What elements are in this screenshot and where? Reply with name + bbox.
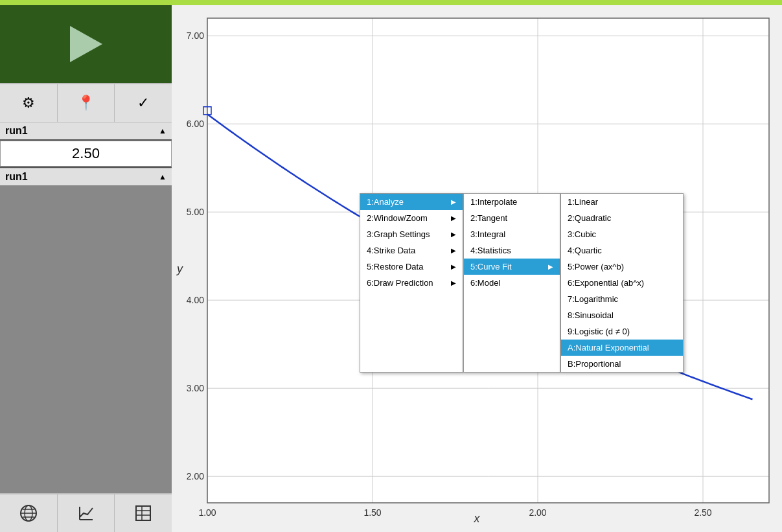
menu-item-logistic-label: 9:Logistic (d ≠ 0)	[568, 327, 630, 336]
menu-item-window-zoom-arrow: ▶	[451, 214, 456, 222]
menu-item-graph-settings[interactable]: 3:Graph Settings ▶	[360, 226, 463, 242]
menu-item-interpolate[interactable]: 1:Interpolate	[464, 194, 560, 210]
bottom-icons	[0, 493, 172, 532]
menu-item-strike-data-label: 4:Strike Data	[367, 246, 415, 255]
menu-item-analyze-label: 1:Analyze	[367, 197, 404, 207]
play-icon	[70, 26, 102, 62]
menu-item-graph-settings-label: 3:Graph Settings	[367, 229, 430, 239]
menu-item-exponential[interactable]: 6:Exponential (ab^x)	[561, 275, 683, 291]
menu-item-draw-prediction[interactable]: 6:Draw Prediction ▶	[360, 275, 463, 291]
menu-item-integral[interactable]: 3:Integral	[464, 226, 560, 242]
run1-label: run1	[5, 125, 28, 137]
menu-item-restore-data-label: 5:Restore Data	[367, 262, 423, 272]
run2-content	[0, 185, 172, 493]
menu-item-logarithmic[interactable]: 7:Logarithmic	[561, 291, 683, 307]
run1-chevron[interactable]: ▲	[159, 126, 167, 135]
graph-button[interactable]	[58, 494, 115, 532]
menu-item-tangent[interactable]: 2:Tangent	[464, 210, 560, 226]
menu-item-linear[interactable]: 1:Linear	[561, 194, 683, 210]
y-axis-label: y	[177, 262, 183, 275]
table-icon	[134, 504, 152, 522]
menu-item-strike-data-arrow: ▶	[451, 247, 456, 254]
graph-icon	[77, 504, 95, 522]
menu-item-natural-exponential[interactable]: A:Natural Exponential	[561, 340, 683, 356]
menu-item-curve-fit-label: 5:Curve Fit	[470, 262, 512, 272]
sensor-button[interactable]: 📍	[58, 84, 115, 122]
menu-item-cubic[interactable]: 3:Cubic	[561, 226, 683, 242]
menu-item-quartic-label: 4:Quartic	[568, 246, 602, 255]
menu-item-integral-label: 3:Integral	[470, 229, 505, 239]
x-axis-label: x	[474, 512, 480, 526]
menu-item-proportional[interactable]: B:Proportional	[561, 356, 683, 372]
play-button[interactable]	[0, 5, 172, 83]
menu-item-exponential-label: 6:Exponential (ab^x)	[568, 278, 644, 288]
svg-rect-7	[136, 506, 150, 520]
graph-area: y x 1:Analyze ▶ 2:Window/Zoom ▶ 3:Graph …	[172, 5, 782, 532]
globe-icon	[19, 504, 38, 522]
run2-label: run1	[5, 171, 28, 183]
run2-header: run1 ▲	[0, 168, 172, 185]
menu-item-natural-exponential-label: A:Natural Exponential	[568, 343, 649, 353]
menu-item-tangent-label: 2:Tangent	[470, 213, 507, 223]
table-button[interactable]	[115, 494, 172, 532]
globe-button[interactable]	[0, 494, 58, 532]
menu-item-sinusoidal[interactable]: 8:Sinusoidal	[561, 307, 683, 323]
toolbar-row: ⚙ 📍 ✓	[0, 83, 172, 122]
menu-item-logarithmic-label: 7:Logarithmic	[568, 294, 618, 304]
menu-level-1: 1:Analyze ▶ 2:Window/Zoom ▶ 3:Graph Sett…	[360, 193, 463, 373]
menu-item-cubic-label: 3:Cubic	[568, 229, 596, 239]
menu-item-strike-data[interactable]: 4:Strike Data ▶	[360, 242, 463, 259]
menu-item-statistics-label: 4:Statistics	[470, 246, 511, 255]
menu-item-restore-data-arrow: ▶	[451, 263, 456, 270]
menu-item-model[interactable]: 6:Model	[464, 275, 560, 291]
menu-item-quartic[interactable]: 4:Quartic	[561, 242, 683, 259]
settings-button[interactable]: ⚙	[0, 84, 58, 122]
run1-value: 2.50	[0, 141, 172, 167]
menu-item-restore-data[interactable]: 5:Restore Data ▶	[360, 259, 463, 275]
menu-item-interpolate-label: 1:Interpolate	[470, 197, 517, 207]
menu-item-window-zoom-label: 2:Window/Zoom	[367, 213, 428, 223]
menu-item-quadratic[interactable]: 2:Quadratic	[561, 210, 683, 226]
menu-item-statistics[interactable]: 4:Statistics	[464, 242, 560, 259]
top-bar	[0, 0, 782, 5]
menu-item-curve-fit-arrow: ▶	[548, 263, 553, 270]
menu-item-model-label: 6:Model	[470, 278, 500, 288]
menu-level-3: 1:Linear 2:Quadratic 3:Cubic 4:Quartic 5…	[560, 193, 684, 373]
menu-item-logistic[interactable]: 9:Logistic (d ≠ 0)	[561, 323, 683, 340]
menu-item-proportional-label: B:Proportional	[568, 359, 621, 369]
menu-item-linear-label: 1:Linear	[568, 197, 598, 207]
run1-header: run1 ▲	[0, 122, 172, 139]
menu-item-draw-prediction-arrow: ▶	[451, 279, 456, 286]
menu-item-curve-fit[interactable]: 5:Curve Fit ▶	[464, 259, 560, 275]
menu-item-quadratic-label: 2:Quadratic	[568, 213, 611, 223]
menu-item-analyze[interactable]: 1:Analyze ▶	[360, 194, 463, 210]
menu-item-draw-prediction-label: 6:Draw Prediction	[367, 278, 433, 288]
menu-item-analyze-arrow: ▶	[451, 198, 456, 205]
context-menu: 1:Analyze ▶ 2:Window/Zoom ▶ 3:Graph Sett…	[360, 193, 684, 373]
left-panel: ⚙ 📍 ✓ run1 ▲ 2.50 run1 ▲	[0, 5, 172, 532]
menu-item-power-label: 5:Power (ax^b)	[568, 262, 624, 272]
run2-chevron[interactable]: ▲	[159, 172, 167, 181]
menu-item-graph-settings-arrow: ▶	[451, 231, 456, 238]
menu-item-window-zoom[interactable]: 2:Window/Zoom ▶	[360, 210, 463, 226]
check-button[interactable]: ✓	[115, 84, 172, 122]
main-area: ⚙ 📍 ✓ run1 ▲ 2.50 run1 ▲	[0, 5, 782, 532]
menu-item-sinusoidal-label: 8:Sinusoidal	[568, 310, 614, 320]
menu-level-2: 1:Interpolate 2:Tangent 3:Integral 4:Sta…	[463, 193, 560, 373]
menu-item-power[interactable]: 5:Power (ax^b)	[561, 259, 683, 275]
